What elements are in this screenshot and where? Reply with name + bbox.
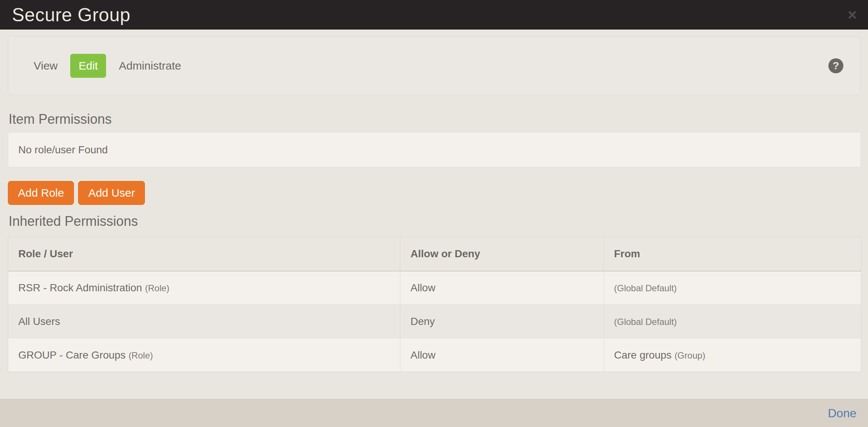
cell-from: Care groups (Group) [604,338,861,372]
inherited-permissions-heading: Inherited Permissions [9,213,861,230]
tab-administrate[interactable]: Administrate [111,54,189,78]
cell-from: (Global Default) [604,271,861,305]
cell-role-user: GROUP - Care Groups (Role) [8,338,400,372]
done-button[interactable]: Done [828,406,857,420]
add-role-button[interactable]: Add Role [8,181,74,205]
cell-from: (Global Default) [604,305,861,338]
column-header-allow-deny: Allow or Deny [400,237,604,271]
modal-header: Secure Group × [0,0,868,30]
inherited-permissions-table: Role / User Allow or Deny From RSR - Roc… [8,237,861,372]
column-header-role-user: Role / User [8,237,400,271]
table-row: RSR - Rock Administration (Role) Allow (… [8,271,861,305]
role-user-text: GROUP - Care Groups [18,349,125,361]
help-icon[interactable]: ? [828,58,843,73]
table-row: All Users Deny (Global Default) [8,305,861,338]
column-header-from: From [604,237,861,271]
modal-title: Secure Group [12,4,130,26]
table-row: GROUP - Care Groups (Role) Allow Care gr… [8,338,861,372]
modal-footer: Done [0,399,868,427]
role-user-text: RSR - Rock Administration [18,282,142,294]
close-icon[interactable]: × [847,7,857,23]
from-small-text: (Global Default) [614,283,677,293]
role-user-text: All Users [18,316,60,327]
cell-allow-deny: Deny [400,305,604,338]
modal-body: View Edit Administrate ? Item Permission… [0,30,868,372]
from-small-text: (Group) [675,350,706,360]
permission-buttons-row: Add Role Add User [8,181,861,205]
add-user-button[interactable]: Add User [78,181,145,205]
cell-role-user: RSR - Rock Administration (Role) [8,271,400,305]
role-user-suffix: (Role) [145,283,169,293]
from-main-text: Care groups [614,349,672,361]
cell-role-user: All Users [8,305,400,338]
security-tab-panel: View Edit Administrate ? [8,36,861,95]
cell-allow-deny: Allow [400,338,604,372]
item-permissions-heading: Item Permissions [9,111,861,128]
tab-edit[interactable]: Edit [70,54,106,78]
role-user-suffix: (Role) [128,350,153,360]
cell-allow-deny: Allow [400,271,604,305]
tab-view[interactable]: View [25,54,66,78]
empty-permissions-message: No role/user Found [18,144,108,156]
from-small-text: (Global Default) [614,317,677,327]
empty-permissions-box: No role/user Found [8,132,861,168]
table-header-row: Role / User Allow or Deny From [8,237,861,271]
